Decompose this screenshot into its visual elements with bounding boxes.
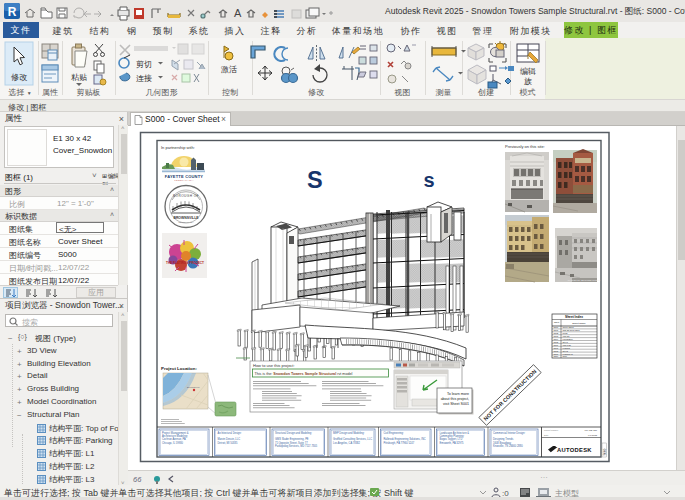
svg-text:Str L1: Str L1 [563,341,569,343]
svg-text:Landscape Architecture &: Landscape Architecture & [440,431,470,435]
svg-text:Emsworth, PA 32975: Emsworth, PA 32975 [440,441,465,445]
svg-text:Wall Str: Wall Str [563,335,570,337]
svg-text:Roof: Roof [563,355,568,357]
svg-text:BOROUGH OF: BOROUGH OF [173,194,199,198]
svg-text:Structural Design and Modeling: Structural Design and Modeling: [275,431,312,435]
svg-text:Wall Plan: Wall Plan [563,344,571,346]
svg-text:Community Planning:: Community Planning: [440,434,465,438]
svg-text:Chicago, IL 59930: Chicago, IL 59930 [162,441,184,445]
svg-text:66: 66 [133,475,142,484]
svg-text:Commercial Interior Design:: Commercial Interior Design: [493,431,525,435]
svg-text:Knoxville, TN 26660 2880: Knoxville, TN 26660 2880 [493,444,523,448]
svg-text:族: 族 [524,77,532,86]
svg-text:Str L2: Str L2 [563,350,569,352]
svg-text:Civil Engineering:: Civil Engineering: [384,431,404,435]
svg-text:Parkopolog Services, MD 7117-7: Parkopolog Services, MD 7117-7305 [275,444,318,448]
svg-text:Architectural Design:: Architectural Design: [218,431,242,435]
svg-text:Groffled Consulting Services,: Groffled Consulting Services, LLC [333,437,372,441]
svg-text:Framing L3: Framing L3 [563,353,574,355]
svg-text:1608 Broadway: 1608 Broadway [493,441,512,445]
svg-text:71 Opposite Street, Suite 77: 71 Opposite Street, Suite 77 [275,441,308,445]
svg-text:s: s [424,169,435,191]
svg-text:How to use this project:: How to use this project: [253,363,295,368]
svg-text:visit Sheet S001: visit Sheet S001 [443,402,469,406]
svg-text:Foundation: Foundation [563,338,573,340]
svg-text:修改: 修改 [11,73,28,82]
svg-text:S000: S000 [603,448,607,455]
svg-text:R: R [8,5,17,19]
svg-text:Cochran Avenue, PA: Cochran Avenue, PA [162,437,186,441]
svg-text:This is the: Snowdon Towers Sa: This is the: Snowdon Towers Sample Struc… [255,372,353,376]
svg-text:Marvin Dessin, LLC: Marvin Dessin, LLC [218,437,241,441]
svg-text:粘贴: 粘贴 [71,73,87,82]
svg-text:Project number: Project number [544,429,558,431]
svg-text:Cover Sheet: Cover Sheet [563,326,575,328]
svg-text:Pittsburgh, PA 77960 5247: Pittsburgh, PA 77960 5247 [384,441,415,445]
svg-text:In partnership with:: In partnership with: [161,145,195,150]
svg-text:about this project,: about this project, [441,397,469,401]
svg-text:MARKET ST. BROWNSVILLE PA: MARKET ST. BROWNSVILLE PA [568,279,601,281]
svg-text:P E N N S Y L V A N I A: P E N N S Y L V A N I A [175,179,195,181]
svg-text:S: S [307,167,323,193]
svg-text:TRAGB-321: TRAGB-321 [584,429,597,431]
svg-text:剪切: 剪切 [136,60,152,69]
svg-text:Project Management &: Project Management & [162,431,189,435]
svg-text:Ralbrook Engineering Solutions: Ralbrook Engineering Solutions, INC [384,437,426,441]
svg-text:BROWNSVILLE: BROWNSVILLE [173,216,199,220]
svg-text:Architecture Modeling:: Architecture Modeling: [162,434,188,438]
svg-text:Sheet Index: Sheet Index [565,315,583,319]
svg-text:AUTODESK: AUTODESK [557,447,592,453]
svg-text:THE FLATIRON PROJECT: THE FLATIRON PROJECT [166,261,204,265]
svg-text:GMS Slader Engineering, PE: GMS Slader Engineering, PE [275,437,309,441]
svg-text:Designing Trends: Designing Trends [493,437,514,441]
svg-text:Sheet: Sheet [554,321,560,323]
svg-text:MEP Design and Modeling:: MEP Design and Modeling: [333,431,365,435]
svg-text:Bogos Toggert, LTD: Bogos Toggert, LTD [440,437,463,441]
svg-text:Framing: Framing [563,347,570,349]
svg-text:Los Angeles, CA 78382: Los Angeles, CA 78382 [333,441,361,445]
svg-text:Project Location:: Project Location: [161,366,197,371]
svg-text:Piling: Piling [563,332,568,334]
svg-text:Test Str New Paper: Test Str New Paper [563,329,581,331]
svg-text:6/1/2022: 6/1/2022 [588,434,598,436]
svg-text:编辑: 编辑 [520,67,536,76]
svg-text:PENNSYLVANIA: PENNSYLVANIA [178,221,194,223]
svg-text:A: A [234,7,242,19]
svg-text:连接: 连接 [136,74,152,83]
svg-text:激活: 激活 [221,65,237,74]
svg-text:Sheet Name: Sheet Name [572,322,586,325]
svg-text:Previously on this site:: Previously on this site: [505,144,545,149]
svg-text:Detroit, MI 50335: Detroit, MI 50335 [218,441,238,445]
svg-text:Brownsville: Brownsville [187,386,200,389]
svg-text:To learn more: To learn more [447,392,469,396]
